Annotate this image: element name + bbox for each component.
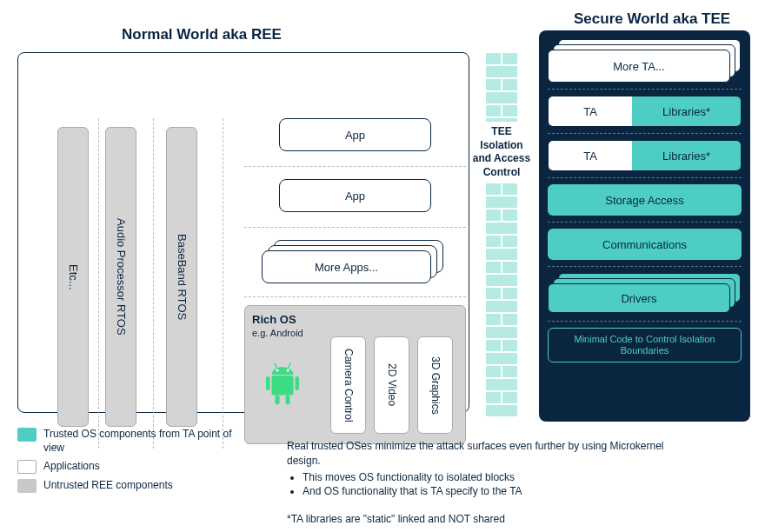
ta-row: TA Libraries* (548, 140, 742, 171)
more-ta-stack: More TA... (548, 39, 742, 83)
more-apps-box: More Apps... (262, 250, 431, 283)
libraries-cell: Libraries* (632, 96, 741, 126)
swatch-applications (17, 460, 37, 474)
android-icon (261, 358, 304, 410)
svg-rect-8 (286, 396, 290, 405)
minimal-code-row: Minimal Code to Control Isolation Bounda… (548, 328, 742, 362)
drivers-box: Drivers (548, 283, 730, 313)
tee-title: Secure World aka TEE (574, 10, 730, 28)
richos-col-3dgraphics: 3D Graphics (417, 336, 453, 434)
divider (548, 89, 742, 90)
richos-col-camera: Camera Control (330, 336, 366, 434)
divider (244, 227, 466, 228)
svg-point-1 (276, 369, 279, 372)
drivers-stack: Drivers (548, 273, 742, 315)
divider (548, 321, 742, 322)
svg-rect-7 (276, 396, 280, 405)
divider (548, 266, 742, 267)
svg-rect-0 (272, 376, 294, 396)
app-box: App (279, 118, 431, 151)
rich-os-box: Rich OS e.g. Android Camera Control 2D V… (244, 305, 466, 444)
divider (153, 118, 154, 449)
ree-container: Etc... Audio Processor RTOS BaseBand RTO… (17, 52, 469, 413)
divider (548, 222, 742, 223)
legend-row: Applications (17, 460, 235, 474)
rich-os-label: Rich OS (252, 313, 458, 326)
svg-line-3 (275, 363, 277, 368)
svg-rect-6 (296, 376, 300, 390)
libraries-cell: Libraries* (632, 141, 741, 170)
divider (548, 177, 742, 178)
ree-title: Normal World aka REE (122, 26, 282, 43)
divider (244, 296, 466, 297)
svg-line-4 (289, 363, 291, 368)
ta-cell: TA (549, 141, 632, 170)
legend: Trusted OS components from TA point of v… (17, 428, 235, 498)
footnote: *TA libraries are "static" linked and NO… (287, 513, 505, 525)
richos-col-2dvideo: 2D Video (374, 336, 409, 434)
communications-row: Communications (548, 229, 742, 260)
isolation-wall (485, 52, 518, 416)
notes: Real trusted OSes minimize the attack su… (287, 439, 687, 504)
divider (223, 118, 223, 449)
legend-text: Trusted OS components from TA point of v… (43, 428, 235, 455)
more-apps-stack: More Apps... (262, 240, 444, 282)
notes-bullet: This moves OS functionality to isolated … (303, 470, 687, 485)
col-baseband-rtos: BaseBand RTOS (166, 127, 197, 427)
legend-text: Applications (43, 460, 100, 474)
legend-row: Trusted OS components from TA point of v… (17, 428, 235, 455)
notes-intro: Real trusted OSes minimize the attack su… (287, 439, 687, 469)
app-box: App (279, 179, 431, 212)
divider (98, 118, 99, 449)
legend-text: Untrusted REE components (43, 479, 173, 493)
isolation-label: TEE Isolation and Access Control (470, 122, 533, 183)
ta-cell: TA (549, 96, 632, 126)
storage-access-row: Storage Access (548, 184, 742, 216)
col-audio-rtos: Audio Processor RTOS (105, 127, 136, 427)
svg-point-2 (287, 369, 289, 372)
legend-row: Untrusted REE components (17, 479, 235, 493)
tee-container: More TA... TA Libraries* TA Libraries* S… (539, 30, 750, 422)
notes-bullet: And OS functionality that is TA specify … (303, 484, 687, 499)
divider (244, 166, 466, 167)
ta-row: TA Libraries* (548, 96, 742, 127)
svg-rect-5 (266, 376, 270, 390)
divider (548, 133, 742, 134)
col-etc: Etc... (57, 127, 89, 427)
more-ta-box: More TA... (548, 50, 730, 83)
swatch-trusted (17, 428, 37, 442)
swatch-untrusted (17, 479, 37, 493)
